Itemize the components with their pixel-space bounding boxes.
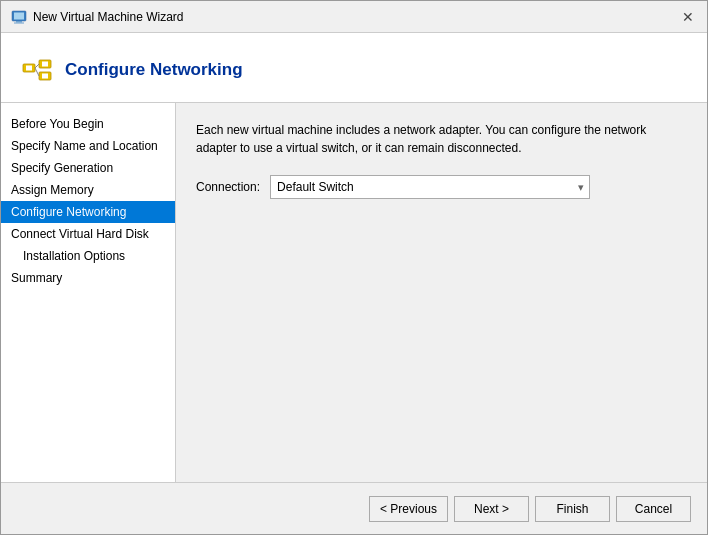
- sidebar-item-connect-virtual-hard-disk[interactable]: Connect Virtual Hard Disk: [1, 223, 175, 245]
- sidebar-item-before-you-begin[interactable]: Before You Begin: [1, 113, 175, 135]
- description-text: Each new virtual machine includes a netw…: [196, 121, 656, 157]
- wizard-footer: < Previous Next > Finish Cancel: [1, 482, 707, 534]
- title-bar: New Virtual Machine Wizard ✕: [1, 1, 707, 33]
- cancel-button[interactable]: Cancel: [616, 496, 691, 522]
- window-title: New Virtual Machine Wizard: [33, 10, 184, 24]
- configure-networking-icon: [21, 54, 53, 86]
- sidebar-item-assign-memory[interactable]: Assign Memory: [1, 179, 175, 201]
- svg-rect-1: [14, 12, 24, 19]
- sidebar-item-specify-generation[interactable]: Specify Generation: [1, 157, 175, 179]
- sidebar-item-installation-options[interactable]: Installation Options: [1, 245, 175, 267]
- previous-button[interactable]: < Previous: [369, 496, 448, 522]
- title-bar-left: New Virtual Machine Wizard: [11, 9, 184, 25]
- svg-rect-2: [16, 21, 22, 23]
- sidebar-item-specify-name-and-location[interactable]: Specify Name and Location: [1, 135, 175, 157]
- svg-rect-9: [42, 73, 48, 78]
- connection-select-wrapper: Default SwitchNot Connected: [270, 175, 590, 199]
- main-content: Each new virtual machine includes a netw…: [176, 103, 707, 482]
- sidebar-item-summary[interactable]: Summary: [1, 267, 175, 289]
- svg-rect-5: [26, 65, 32, 70]
- connection-label: Connection:: [196, 180, 260, 194]
- finish-button[interactable]: Finish: [535, 496, 610, 522]
- window-icon: [11, 9, 27, 25]
- svg-rect-7: [42, 61, 48, 66]
- content-area: Before You BeginSpecify Name and Locatio…: [1, 103, 707, 482]
- connection-row: Connection: Default SwitchNot Connected: [196, 175, 687, 199]
- close-button[interactable]: ✕: [679, 8, 697, 26]
- svg-line-10: [35, 64, 39, 68]
- sidebar-item-configure-networking[interactable]: Configure Networking: [1, 201, 175, 223]
- svg-line-11: [35, 68, 39, 76]
- next-button[interactable]: Next >: [454, 496, 529, 522]
- svg-rect-3: [14, 22, 24, 23]
- header-title: Configure Networking: [65, 60, 243, 80]
- wizard-header: Configure Networking: [1, 33, 707, 103]
- sidebar: Before You BeginSpecify Name and Locatio…: [1, 103, 176, 482]
- connection-select[interactable]: Default SwitchNot Connected: [270, 175, 590, 199]
- wizard-window: New Virtual Machine Wizard ✕ Configure N…: [0, 0, 708, 535]
